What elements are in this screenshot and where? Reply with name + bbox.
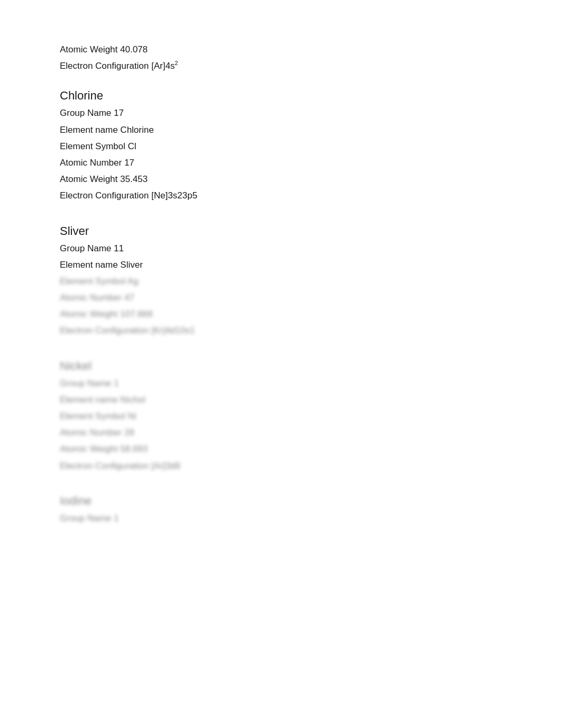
property-atomic-weight-nickel-blurred: Atomic Weight 58.693 [60,442,502,456]
section-chlorine: Chlorine Group Name 17 Element name Chlo… [60,89,502,203]
section-sliver: Sliver Group Name 11 Element name Sliver… [60,224,502,338]
property-electron-config-chlorine: Electron Configuration [Ne]3s23p5 [60,188,502,203]
property-group-name-iodine-blurred: Group Name 1 [60,511,502,525]
property-element-symbol-chlorine: Element Symbol Cl [60,139,502,153]
property-atomic-weight-sliver-blurred: Atomic Weight 107.868 [60,307,502,321]
element-name-sliver: Sliver [60,224,502,238]
section-iodine-blurred: Iodine Group Name 1 [60,494,502,525]
property-atomic-number-sliver-blurred: Atomic Number 47 [60,290,502,305]
property-electron-config-nickel-blurred: Electron Configuration [Ar]3d8 [60,459,502,473]
property-atomic-weight-calcium: Atomic Weight 40.078 [60,42,502,57]
property-element-name-sliver: Element name Sliver [60,258,502,272]
property-atomic-number-nickel-blurred: Atomic Number 28 [60,425,502,440]
property-element-symbol-sliver-blurred: Element Symbol Ag [60,274,502,288]
element-name-chlorine: Chlorine [60,89,502,103]
property-electron-config-calcium: Electron Configuration [Ar]4s2 [60,59,502,73]
property-atomic-number-chlorine: Atomic Number 17 [60,156,502,170]
section-nickel-blurred: Nickel Group Name 1 Element name Nichol … [60,359,502,473]
page-content: Atomic Weight 40.078 Electron Configurat… [60,42,502,525]
property-electron-config-sliver-blurred: Electron Configuration [Kr]4d10s1 [60,323,502,338]
property-element-name-chlorine: Element name Chlorine [60,123,502,137]
section-calcium-partial: Atomic Weight 40.078 Electron Configurat… [60,42,502,73]
property-element-symbol-nickel-blurred: Element Symbol Ni [60,409,502,423]
element-name-nickel-blurred: Nickel [60,359,502,373]
property-group-name-sliver: Group Name 11 [60,241,502,256]
element-name-iodine-blurred: Iodine [60,494,502,508]
property-atomic-weight-chlorine: Atomic Weight 35.453 [60,172,502,186]
property-element-name-nickel-blurred: Element name Nichol [60,393,502,407]
property-group-name-chlorine: Group Name 17 [60,106,502,120]
property-group-name-nickel-blurred: Group Name 1 [60,376,502,390]
